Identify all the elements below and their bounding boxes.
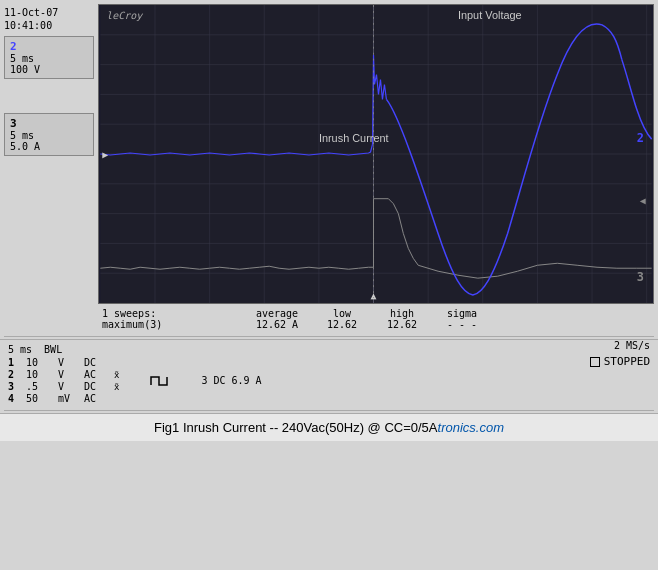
svg-text:leCroy: leCroy xyxy=(106,10,143,22)
channel-row-3: 3 .5 V DC x̃ xyxy=(8,381,119,392)
ch3-dc-value: 3 DC 6.9 A xyxy=(201,357,261,404)
ch2-num: 2 xyxy=(8,369,20,380)
svg-text:▶: ▶ xyxy=(102,149,108,160)
caption-section: Fig1 Inrush Current -- 240Vac(50Hz) @ CC… xyxy=(0,413,658,441)
bwl-label: BWL xyxy=(44,344,62,355)
ch3-val: .5 xyxy=(26,381,52,392)
ch1-mode: DC xyxy=(84,357,108,368)
stopped-box-icon xyxy=(590,357,600,367)
average-header: average xyxy=(242,308,312,319)
channel-list: 1 10 V DC 2 10 V AC x̃ 3 .5 V DC x xyxy=(8,357,119,404)
date-label: 11-Oct-07 xyxy=(4,6,94,19)
channel-rows-container: 1 10 V DC 2 10 V AC x̃ 3 .5 V DC x xyxy=(8,357,650,404)
average-val: 12.62 A xyxy=(242,319,312,330)
sample-rate: 2 MS/s xyxy=(614,340,650,351)
ch4-unit: mV xyxy=(58,393,78,404)
stopped-badge: STOPPED xyxy=(590,355,650,368)
sigma-val: - - - xyxy=(432,319,492,330)
timebase-label: 5 ms xyxy=(8,344,32,355)
timestamp: 11-Oct-07 10:41:00 xyxy=(4,4,94,34)
caption-text: Fig1 Inrush Current -- 240Vac(50Hz) @ CC… xyxy=(154,420,438,435)
ch3-extra: x̃ xyxy=(114,382,119,392)
ch3-unit: V xyxy=(58,381,78,392)
sweeps-label: 1 sweeps: xyxy=(102,308,242,319)
ch4-mode: AC xyxy=(84,393,108,404)
ch2-label-num: 2 xyxy=(10,40,88,53)
ch2-unit: V xyxy=(58,369,78,380)
ch3-dc-label: 3 DC 6.9 A xyxy=(201,375,261,386)
controls-row1: 5 ms BWL xyxy=(8,344,650,355)
ch3-label-num: 3 xyxy=(10,117,88,130)
low-header: low xyxy=(312,308,372,319)
ch3-timebase: 5 ms xyxy=(10,130,88,141)
scope-section: 11-Oct-07 10:41:00 2 5 ms 100 V 3 5 ms 5… xyxy=(0,0,658,304)
ch4-num: 4 xyxy=(8,393,20,404)
svg-text:Inrush Current: Inrush Current xyxy=(319,132,389,144)
channel2-box: 2 5 ms 100 V xyxy=(4,36,94,79)
left-panel: 11-Oct-07 10:41:00 2 5 ms 100 V 3 5 ms 5… xyxy=(4,4,94,304)
divider1 xyxy=(4,336,654,337)
svg-text:2: 2 xyxy=(637,131,644,145)
ch2-scale: 100 V xyxy=(10,64,88,75)
square-wave-symbol xyxy=(149,357,171,404)
channel-row-4: 4 50 mV AC xyxy=(8,393,119,404)
channel-row-1: 1 10 V DC xyxy=(8,357,119,368)
low-val: 12.62 xyxy=(312,319,372,330)
ch1-num: 1 xyxy=(8,357,20,368)
stats-section: 1 sweeps: average low high sigma maximum… xyxy=(0,304,658,334)
divider2 xyxy=(4,410,654,411)
ch2-extra: x̃ xyxy=(114,370,119,380)
high-val: 12.62 xyxy=(372,319,432,330)
time-label: 10:41:00 xyxy=(4,19,94,32)
stats-row-label: maximum(3) xyxy=(102,319,242,330)
high-header: high xyxy=(372,308,432,319)
right-controls: 2 MS/s STOPPED xyxy=(590,340,650,368)
ch1-unit: V xyxy=(58,357,78,368)
scope-svg: leCroy Input Voltage Inrush Current 2 3 … xyxy=(99,5,653,303)
channel-row-2: 2 10 V AC x̃ xyxy=(8,369,119,380)
ch4-val: 50 xyxy=(26,393,52,404)
sigma-header: sigma xyxy=(432,308,492,319)
svg-text:Input Voltage: Input Voltage xyxy=(458,9,522,21)
ch1-val: 10 xyxy=(26,357,52,368)
svg-text:3: 3 xyxy=(637,270,644,284)
ch3-num: 3 xyxy=(8,381,20,392)
ch3-mode: DC xyxy=(84,381,108,392)
main-container: 11-Oct-07 10:41:00 2 5 ms 100 V 3 5 ms 5… xyxy=(0,0,658,570)
status-label: STOPPED xyxy=(604,355,650,368)
svg-text:◀: ◀ xyxy=(640,195,646,206)
channel3-box: 3 5 ms 5.0 A xyxy=(4,113,94,156)
controls-section: 5 ms BWL 1 10 V DC 2 10 V AC x̃ xyxy=(0,339,658,408)
ch2-val: 10 xyxy=(26,369,52,380)
ch2-timebase: 5 ms xyxy=(10,53,88,64)
ch3-scale: 5.0 A xyxy=(10,141,88,152)
scope-display: leCroy Input Voltage Inrush Current 2 3 … xyxy=(98,4,654,304)
ch2-mode: AC xyxy=(84,369,108,380)
caption-link: tronics.com xyxy=(438,420,504,435)
